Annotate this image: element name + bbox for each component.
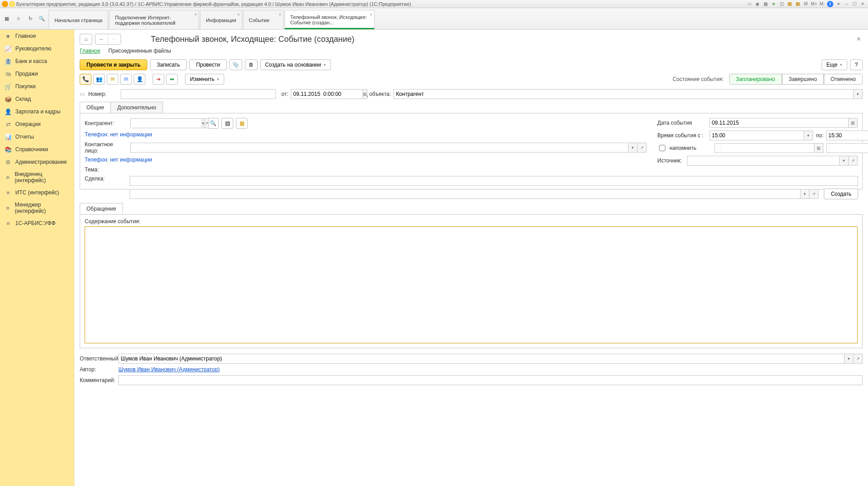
- sidebar-item-admin[interactable]: ⚙Администрирование: [0, 156, 74, 168]
- sidebar-item-warehouse[interactable]: 📦Склад: [0, 93, 74, 105]
- sidebar-item-operations[interactable]: ⇄Операции: [0, 118, 74, 130]
- sidebar-item-implementor[interactable]: ≡Внедренец (интерфейс): [0, 168, 74, 186]
- type-phone-button[interactable]: 📞: [80, 74, 91, 85]
- direction-out-button[interactable]: ➔: [153, 74, 164, 85]
- time-from-input[interactable]: [710, 130, 804, 140]
- content-textarea[interactable]: [85, 226, 858, 343]
- tb-btn-2[interactable]: ◉: [754, 1, 761, 7]
- status-planned[interactable]: Запланировано: [729, 74, 782, 85]
- status-done[interactable]: Завершено: [782, 74, 824, 85]
- add-button[interactable]: ▦: [236, 118, 248, 129]
- open-icon[interactable]: ↗: [637, 143, 646, 153]
- nav-back-button[interactable]: ←: [95, 34, 108, 44]
- sidebar-item-reports[interactable]: 📊Отчеты: [0, 130, 74, 143]
- tab-extra[interactable]: Дополнительно: [110, 102, 163, 113]
- close-icon[interactable]: ×: [279, 12, 281, 17]
- chevron-down-icon[interactable]: ▾: [628, 143, 637, 153]
- attachment-button[interactable]: 📎: [230, 59, 242, 70]
- deal-input[interactable]: [130, 189, 800, 199]
- more-button[interactable]: Еще: [822, 59, 847, 70]
- close-icon[interactable]: ×: [370, 12, 372, 17]
- home-button[interactable]: ⌂: [80, 34, 92, 45]
- source-input[interactable]: [687, 156, 840, 166]
- sidebar-item-purchases[interactable]: 🛒Покупки: [0, 80, 74, 93]
- remind-checkbox[interactable]: [659, 145, 665, 151]
- open-icon[interactable]: ↗: [205, 118, 209, 128]
- sidebar-item-hr[interactable]: 👤Зарплата и кадры: [0, 105, 74, 118]
- tb-btn-6[interactable]: ▦: [794, 1, 801, 7]
- subnav-files[interactable]: Присоединенные файлы: [108, 48, 171, 54]
- responsible-input[interactable]: [118, 354, 845, 364]
- sidebar-item-arbis[interactable]: ≡1С-АРБИС:УФФ: [0, 217, 74, 230]
- tb-btn-1[interactable]: ▭: [746, 1, 753, 7]
- sidebar-item-mgr-interface[interactable]: ≡Менеджер (интерфейс): [0, 199, 74, 217]
- tab-home[interactable]: Начальная страница: [49, 10, 108, 29]
- tb-mplus[interactable]: M+: [810, 1, 818, 7]
- open-icon[interactable]: ↗: [849, 156, 858, 166]
- counterparty-input[interactable]: [130, 118, 202, 128]
- nav-fwd-button[interactable]: →: [108, 34, 121, 44]
- tb-dd[interactable]: ▾: [835, 1, 842, 7]
- tb-btn-5[interactable]: ▦: [786, 1, 793, 7]
- status-cancelled[interactable]: Отменено: [824, 74, 863, 85]
- create-deal-button[interactable]: Создать: [824, 189, 858, 199]
- tab-information[interactable]: Информация×: [200, 10, 242, 29]
- apps-grid-icon[interactable]: ▦: [3, 15, 11, 23]
- tab-common[interactable]: Общие: [80, 102, 111, 113]
- subnav-main[interactable]: Главное: [80, 48, 100, 54]
- tab-event[interactable]: Событие×: [243, 10, 284, 29]
- window-maximize[interactable]: ☐: [851, 1, 858, 7]
- chevron-down-icon[interactable]: ▾: [840, 156, 849, 166]
- sidebar-item-catalogs[interactable]: 📚Справочники: [0, 143, 74, 156]
- calendar-icon[interactable]: ▥: [363, 89, 367, 99]
- remind-date-input[interactable]: [714, 143, 814, 153]
- author-link[interactable]: Шумов Иван Иванович (Администратор): [118, 366, 220, 373]
- sidebar-item-manager[interactable]: 📈Руководителю: [0, 42, 74, 55]
- window-close[interactable]: ✕: [859, 1, 866, 7]
- calendar-icon[interactable]: ▥: [849, 118, 858, 128]
- favorite-star-icon[interactable]: ☆: [14, 15, 23, 23]
- sidebar-item-sales[interactable]: 🛍Продажи: [0, 68, 74, 80]
- list-button[interactable]: ▤: [222, 118, 233, 129]
- create-basis-button[interactable]: Создать на основании: [260, 59, 331, 70]
- tb-info-icon[interactable]: i: [827, 1, 834, 7]
- close-icon[interactable]: ×: [194, 12, 197, 17]
- number-input[interactable]: [121, 89, 276, 99]
- sidebar-item-bank[interactable]: 🏦Банк и касса: [0, 55, 74, 68]
- date-from-input[interactable]: [291, 89, 363, 99]
- type-email-button[interactable]: ✉: [107, 74, 118, 85]
- tb-btn-4[interactable]: ◫: [778, 1, 785, 7]
- objtype-input[interactable]: [393, 89, 854, 99]
- subject-input[interactable]: [130, 176, 858, 186]
- tab-internet-support[interactable]: Подключение Интернет-поддержки пользоват…: [109, 10, 199, 29]
- chevron-down-icon[interactable]: ▾: [845, 354, 854, 364]
- page-close-button[interactable]: ×: [855, 33, 863, 45]
- event-date-input[interactable]: [710, 118, 849, 128]
- tb-btn-3[interactable]: ▦: [762, 1, 769, 7]
- post-and-close-button[interactable]: Провести и закрыть: [80, 59, 147, 70]
- window-minimize[interactable]: –: [843, 1, 850, 7]
- chevron-down-icon[interactable]: ▾: [800, 189, 809, 199]
- calendar-icon[interactable]: ▥: [814, 143, 823, 153]
- type-personal-button[interactable]: 👤: [134, 74, 145, 85]
- open-icon[interactable]: ↗: [809, 189, 818, 199]
- type-mail-button[interactable]: ✉: [120, 74, 132, 85]
- time-to-input[interactable]: [826, 130, 868, 140]
- comment-input[interactable]: [118, 375, 863, 385]
- chevron-down-icon[interactable]: ▾: [854, 89, 863, 99]
- print-button[interactable]: 🗎: [245, 59, 258, 70]
- tb-m[interactable]: M: [802, 1, 809, 7]
- search-icon[interactable]: 🔍: [38, 15, 46, 23]
- help-button[interactable]: ?: [850, 59, 863, 70]
- remind-time-input[interactable]: [826, 143, 868, 153]
- close-icon[interactable]: ×: [237, 12, 240, 17]
- post-button[interactable]: Провести: [190, 59, 227, 70]
- change-button[interactable]: Изменить: [185, 74, 224, 85]
- tb-fav-icon[interactable]: ★: [770, 1, 777, 7]
- tb-mminus[interactable]: M-: [818, 1, 826, 7]
- tab-appeal[interactable]: Обращение: [80, 203, 123, 214]
- open-icon[interactable]: ↗: [854, 354, 863, 364]
- history-icon[interactable]: ↻: [26, 15, 34, 23]
- save-button[interactable]: Записать: [150, 59, 186, 70]
- chevron-down-icon[interactable]: ▾: [804, 130, 813, 140]
